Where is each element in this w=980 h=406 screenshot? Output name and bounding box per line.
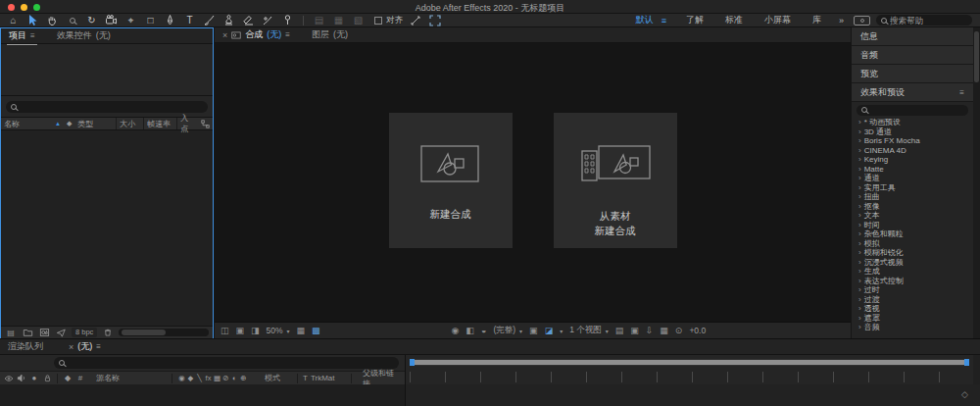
workspace-default[interactable]: 默认 [628,14,656,26]
expand-chevron-icon[interactable] [858,267,861,276]
expand-chevron-icon[interactable] [858,258,861,267]
effect-category-row[interactable]: Boris FX Mocha [852,136,973,146]
show-snapshot-icon[interactable]: ◧ [466,326,474,335]
expand-chevron-icon[interactable] [858,136,861,145]
effect-category-row[interactable]: Keying [852,155,973,165]
tab-project[interactable]: 项目 ≡ [9,29,35,42]
adobe-stock-icon[interactable] [55,328,67,337]
timeline-right-scrollbar[interactable] [973,355,980,384]
tab-render-queue[interactable]: 渲染队列 [8,340,43,353]
camera-tool-icon[interactable] [104,14,119,26]
hand-tool-icon[interactable] [45,14,60,26]
lock-icon[interactable] [42,374,52,382]
always-preview-icon[interactable]: ◫ [220,326,229,335]
pixel-aspect-icon[interactable]: ▤ [615,326,624,335]
timeline-search-field[interactable] [54,357,399,369]
eraser-tool-icon[interactable] [241,14,256,26]
workspace-switch-icon[interactable] [854,16,870,25]
transparency-grid-icon[interactable]: ◪ [545,326,554,335]
expand-chevron-icon[interactable] [858,174,861,182]
view-layout-select[interactable]: 1 个视图▾ [569,325,609,336]
layer-switch-icon[interactable]: fx [204,374,213,382]
column-name[interactable]: 名称 [1,118,52,129]
work-area-track[interactable] [410,359,969,366]
layer-switch-icon[interactable]: ▦ [213,374,221,382]
expand-chevron-icon[interactable] [858,118,861,127]
effects-presets-panel-header[interactable]: 效果和预设 ≡ [852,83,973,102]
brush-tool-icon[interactable] [202,14,217,26]
new-composition-from-footage-button[interactable]: 从素材 新建合成 [554,113,677,248]
work-area-start-handle[interactable] [410,359,415,366]
label-column-icon[interactable]: ◆ [64,118,74,129]
expand-chevron-icon[interactable] [858,248,861,257]
fast-preview-icon[interactable]: ▣ [630,326,639,335]
layer-switch-icon[interactable]: ╲ [195,374,204,382]
magnification-icon[interactable]: ◨ [251,326,260,335]
region-of-interest-icon[interactable]: ▣ [529,326,538,335]
work-area-end-handle[interactable] [964,359,969,366]
timeline-button-icon[interactable]: ⇩ [646,326,654,335]
expand-chevron-icon[interactable] [858,277,861,285]
mask-feather-icon[interactable] [408,14,422,26]
timeline-nav-icon[interactable]: ◇ [961,389,968,399]
align-toggle[interactable]: 对齐 [374,15,403,26]
project-flowchart-icon[interactable] [198,118,213,129]
column-in-point[interactable]: 入点 [176,118,198,129]
workspace-menu-icon[interactable]: ≡ [662,16,666,25]
snapshot-icon[interactable]: ◉ [452,326,460,335]
workspace-overflow-icon[interactable]: » [839,16,844,25]
info-panel-header[interactable]: 信息 [852,27,973,46]
pen-tool-icon[interactable] [163,14,177,26]
expand-chevron-icon[interactable] [858,211,861,220]
close-tab-icon[interactable]: × [222,30,227,40]
panel-menu-icon[interactable]: ≡ [959,88,964,97]
bit-depth-indicator[interactable]: 8 bpc [72,328,97,337]
project-horizontal-scrollbar[interactable] [119,329,209,336]
project-item-list[interactable] [1,130,213,326]
expand-chevron-icon[interactable] [858,202,861,211]
new-folder-icon[interactable] [22,328,33,337]
layer-switch-icon[interactable]: ◆ [186,374,195,382]
label-column-icon[interactable]: ◆ [63,374,73,382]
effect-category-row[interactable]: 音频 [852,323,973,332]
scrollbar-thumb[interactable] [974,31,979,82]
column-frame-rate[interactable]: 帧速率 [143,118,176,129]
shape-tool-icon[interactable]: □ [143,14,158,26]
workspace-standard[interactable]: 标准 [717,14,751,26]
expand-chevron-icon[interactable] [858,239,861,248]
effects-search-field[interactable] [857,105,968,116]
expand-chevron-icon[interactable] [858,323,861,331]
puppet-pin-tool-icon[interactable] [280,14,295,26]
effects-vertical-scrollbar[interactable] [973,27,980,338]
tab-effect-controls[interactable]: 效果控件 (无) [57,29,111,42]
magnification-select[interactable]: 50%▾ [267,326,290,335]
expand-chevron-icon[interactable] [858,314,861,323]
trash-icon[interactable] [102,328,114,337]
number-column-icon[interactable]: # [75,374,85,382]
align-checkbox[interactable] [374,17,382,25]
exposure-value[interactable]: +0.0 [689,326,706,335]
home-icon[interactable]: ⌂ [6,14,21,26]
scrollbar-thumb[interactable] [122,330,166,335]
orbit-camera-tool-icon[interactable]: ↻ [84,14,99,26]
grid-guides-icon[interactable]: ▦ [297,326,306,335]
panel-menu-icon[interactable]: ≡ [30,31,35,40]
expand-chevron-icon[interactable] [858,155,861,164]
effect-category-row[interactable]: CINEMA 4D [852,146,973,156]
column-size[interactable]: 大小 [116,118,143,129]
layer-switch-icon[interactable]: ⊕ [239,374,248,382]
tab-timeline-comp[interactable]: × (无) ≡ [69,340,101,353]
show-channels-icon[interactable]: ◒ [481,326,486,335]
main-viewer-icon[interactable]: ▣ [236,326,245,335]
expand-chevron-icon[interactable] [858,192,861,201]
reset-exposure-icon[interactable]: ⊙ [675,326,683,335]
expand-chevron-icon[interactable] [858,285,861,294]
time-ruler[interactable] [406,355,973,384]
fullscreen-icon[interactable] [427,14,442,26]
panel-menu-icon[interactable]: ≡ [285,30,290,39]
new-composition-button[interactable]: 新建合成 [389,113,513,248]
workspace-learn[interactable]: 了解 [678,14,711,26]
tab-composition[interactable]: × 合成 (无) ≡ [222,28,290,41]
expand-chevron-icon[interactable] [858,229,861,238]
help-search-field[interactable] [876,15,972,25]
